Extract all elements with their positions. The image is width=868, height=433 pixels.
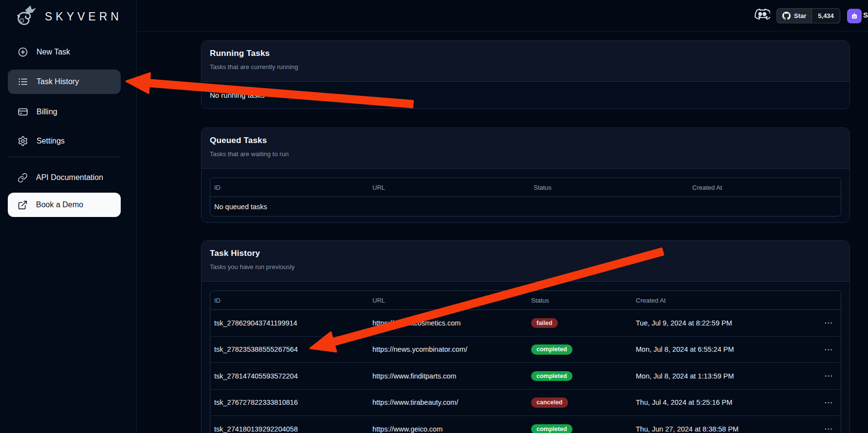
task-history-table: ID URL Status Created At tsk_27862904374… — [210, 290, 841, 433]
link-icon — [18, 173, 28, 183]
sidebar-item-label: Book a Demo — [36, 200, 83, 209]
table-row[interactable]: tsk_278629043741199914 https://www.itcos… — [210, 310, 841, 337]
sidebar-item-label: API Documentation — [36, 173, 103, 182]
task-status-cell: failed — [527, 318, 632, 328]
skyvern-app: { "brand": {"name": "SKYVERN"}, "sidebar… — [0, 0, 868, 433]
discord-button[interactable] — [755, 9, 770, 22]
running-tasks-empty-message: No running tasks — [202, 82, 850, 108]
status-badge: completed — [531, 344, 573, 355]
task-history-header: Task History Tasks you have run previous… — [202, 241, 850, 282]
task-actions-cell: ⋯ — [817, 397, 841, 408]
queued-tasks-empty-message: No queued tasks — [210, 197, 841, 216]
sidebar-item-api-documentation[interactable]: API Documentation — [8, 165, 121, 190]
github-star-widget[interactable]: Star 5,434 — [776, 8, 840, 23]
task-id: tsk_274180139292204058 — [210, 425, 369, 433]
sidebar-item-settings[interactable]: Settings — [8, 129, 121, 153]
queued-tasks-card: Queued Tasks Tasks that are waiting to r… — [201, 127, 850, 223]
robot-icon — [850, 12, 858, 20]
sidebar-item-billing[interactable]: Billing — [8, 100, 121, 124]
sidebar-item-label: New Task — [37, 48, 70, 56]
sidebar-item-book-a-demo[interactable]: Book a Demo — [8, 193, 121, 217]
sidebar: SKYVERN New Task Task History Billing Se… — [0, 0, 137, 433]
task-url: https://www.tirabeauty.com/ — [369, 398, 527, 406]
github-icon — [782, 12, 791, 20]
column-header-status: Status — [527, 297, 632, 304]
column-header-url: URL — [369, 297, 527, 304]
task-actions-cell: ⋯ — [817, 344, 841, 355]
queued-tasks-table: ID URL Status Created At No queued tasks — [210, 178, 841, 216]
card-title: Running Tasks — [210, 49, 841, 58]
column-header-id: ID — [210, 184, 369, 191]
running-tasks-card: Running Tasks Tasks that are currently r… — [201, 40, 850, 109]
card-title: Queued Tasks — [210, 136, 841, 145]
external-link-icon — [18, 200, 28, 210]
task-status-cell: completed — [527, 344, 632, 355]
credit-card-icon — [18, 107, 28, 117]
github-star-count[interactable]: 5,434 — [812, 8, 840, 23]
dragon-logo-icon — [12, 4, 40, 29]
skyvern-logo[interactable]: SKYVERN — [12, 3, 122, 30]
card-subtitle: Tasks that are currently running — [210, 63, 841, 71]
sidebar-divider — [8, 157, 121, 157]
task-actions-cell: ⋯ — [817, 424, 841, 433]
task-actions-cell: ⋯ — [817, 371, 841, 381]
github-star-button[interactable]: Star — [776, 8, 812, 23]
row-actions-button[interactable]: ⋯ — [824, 371, 833, 380]
task-url: https://www.geico.com — [369, 425, 527, 433]
task-created-at: Mon, Jul 8, 2024 at 6:55:24 PM — [632, 345, 817, 353]
running-tasks-header: Running Tasks Tasks that are currently r… — [202, 41, 850, 82]
table-row[interactable]: tsk_278147405593572204 https://www.findi… — [210, 363, 841, 390]
sidebar-item-new-task[interactable]: New Task — [8, 40, 121, 64]
table-header-row: ID URL Status Created At — [210, 178, 841, 197]
plus-circle-icon — [18, 47, 28, 57]
task-actions-cell: ⋯ — [817, 318, 841, 328]
task-created-at: Thu, Jul 4, 2024 at 5:25:16 PM — [632, 398, 817, 406]
user-avatar[interactable] — [847, 9, 862, 23]
column-header-created-at: Created At — [688, 184, 841, 191]
gear-icon — [18, 136, 28, 146]
task-url: https://news.ycombinator.com/ — [369, 345, 527, 353]
brand-name: SKYVERN — [45, 10, 122, 23]
task-history-card: Task History Tasks you have run previous… — [201, 240, 850, 433]
list-icon — [18, 76, 28, 87]
discord-icon — [755, 9, 770, 21]
sidebar-item-label: Task History — [37, 77, 79, 86]
task-id: tsk_278147405593572204 — [210, 372, 369, 380]
status-badge: canceled — [531, 397, 568, 408]
status-badge: failed — [531, 318, 558, 328]
table-row[interactable]: tsk_278235388555267564 https://news.ycom… — [210, 337, 841, 363]
card-subtitle: Tasks you have run previously — [210, 263, 841, 271]
status-badge: completed — [531, 371, 573, 381]
row-actions-button[interactable]: ⋯ — [824, 345, 833, 354]
column-header-status: Status — [530, 184, 688, 191]
card-title: Task History — [210, 249, 841, 258]
task-created-at: Mon, Jul 8, 2024 at 1:13:59 PM — [632, 372, 817, 380]
sidebar-item-task-history[interactable]: Task History — [8, 70, 121, 94]
row-actions-button[interactable]: ⋯ — [824, 318, 833, 327]
task-status-cell: completed — [527, 371, 632, 381]
column-header-id: ID — [210, 297, 369, 304]
row-actions-button[interactable]: ⋯ — [824, 424, 833, 433]
task-created-at: Tue, Jul 9, 2024 at 8:22:59 PM — [632, 319, 817, 327]
user-name-partial: Sk — [863, 11, 868, 19]
sidebar-item-label: Settings — [37, 137, 65, 145]
queued-tasks-header: Queued Tasks Tasks that are waiting to r… — [202, 128, 850, 169]
task-id: tsk_276727822333810816 — [210, 398, 369, 406]
sidebar-item-label: Billing — [37, 108, 57, 116]
column-header-url: URL — [369, 184, 530, 191]
card-subtitle: Tasks that are waiting to run — [210, 150, 841, 158]
task-created-at: Thu, Jun 27, 2024 at 8:38:58 PM — [632, 425, 817, 433]
table-row[interactable]: tsk_274180139292204058 https://www.geico… — [210, 416, 841, 433]
column-header-created-at: Created At — [632, 297, 817, 304]
task-id: tsk_278629043741199914 — [210, 319, 369, 327]
task-status-cell: completed — [527, 424, 632, 433]
status-badge: completed — [531, 424, 573, 433]
row-actions-button[interactable]: ⋯ — [824, 398, 833, 407]
task-status-cell: canceled — [527, 397, 632, 408]
task-url: https://www.itcosmetics.com — [369, 319, 527, 327]
task-history-rows: tsk_278629043741199914 https://www.itcos… — [210, 310, 841, 433]
table-row[interactable]: tsk_276727822333810816 https://www.tirab… — [210, 390, 841, 416]
table-header-row: ID URL Status Created At — [210, 291, 841, 310]
task-id: tsk_278235388555267564 — [210, 345, 369, 353]
github-star-label: Star — [794, 12, 806, 19]
